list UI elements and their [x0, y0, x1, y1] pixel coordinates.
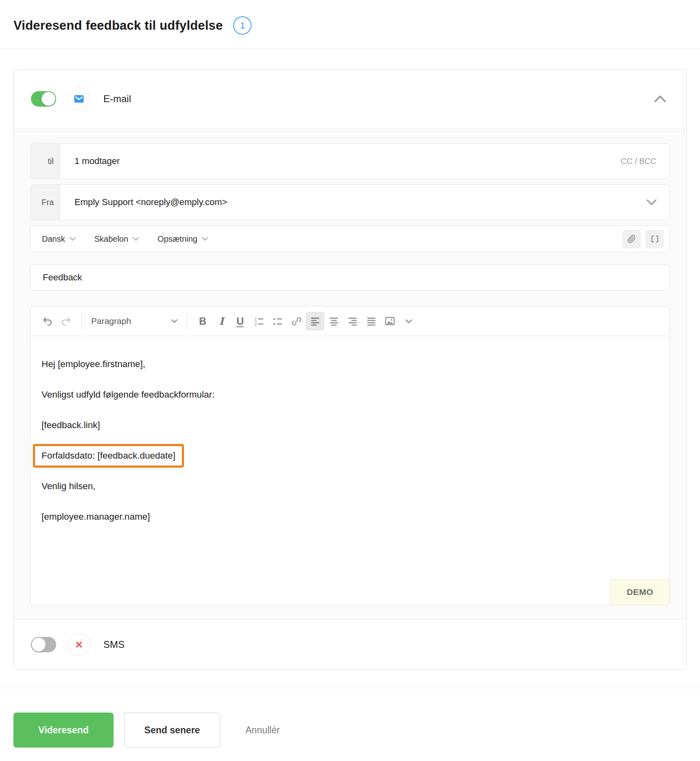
- align-center-button[interactable]: [324, 312, 343, 330]
- ordered-list-button[interactable]: 1 2: [249, 312, 268, 330]
- chevron-down-icon: [70, 237, 76, 241]
- redo-icon: [61, 316, 72, 327]
- template-dropdown[interactable]: Skabelon: [94, 234, 139, 244]
- paperclip-icon: [626, 234, 637, 244]
- justify-button[interactable]: [362, 312, 381, 330]
- body-feedback-link: [feedback.link]: [42, 420, 658, 431]
- paragraph-style-select[interactable]: Paragraph: [88, 316, 181, 326]
- collapse-email-section-button[interactable]: [651, 90, 669, 108]
- language-dropdown[interactable]: Dansk: [42, 234, 76, 244]
- italic-icon: I: [219, 315, 224, 327]
- insert-image-button[interactable]: [381, 312, 399, 330]
- body-greeting: Hej [employee.firstname],: [42, 359, 658, 370]
- send-later-button[interactable]: Send senere: [124, 713, 220, 748]
- align-right-icon: [347, 316, 358, 327]
- page-title: Videresend feedback til udfyldelse: [13, 18, 223, 33]
- email-toggle-knob: [42, 92, 55, 106]
- recipient-count-badge: 1: [233, 16, 252, 35]
- forward-button[interactable]: Videresend: [13, 713, 114, 748]
- sms-toggle-knob: [32, 638, 46, 652]
- to-label: til: [31, 144, 60, 179]
- body-instruction: Venligst udfyld følgende feedbackformula…: [42, 389, 658, 400]
- x-icon: [74, 640, 84, 649]
- link-button[interactable]: [287, 312, 306, 330]
- bold-button[interactable]: B: [193, 312, 212, 330]
- email-section-header: E-mail: [14, 70, 686, 129]
- italic-button[interactable]: I: [212, 312, 231, 330]
- subject-input[interactable]: Feedback: [30, 265, 670, 291]
- due-date-highlight: Forfaldsdato: [feedback.duedate]: [33, 444, 184, 468]
- sms-section-header: SMS: [14, 619, 686, 669]
- more-tools-button[interactable]: [399, 312, 418, 330]
- setup-dropdown[interactable]: Opsætning: [158, 234, 208, 244]
- align-left-button[interactable]: [306, 312, 324, 330]
- chevron-down-icon: [202, 237, 208, 241]
- bullet-list-icon: [272, 316, 283, 327]
- footer-actions: Videresend Send senere Annullér: [0, 688, 700, 759]
- chevron-down-icon: [171, 319, 177, 323]
- email-body-editor: Paragraph B I U 1 2: [30, 306, 670, 605]
- chevron-down-icon: [647, 199, 656, 205]
- redo-button[interactable]: [57, 312, 75, 330]
- paragraph-style-label: Paragraph: [91, 316, 131, 326]
- editor-toolbar: Paragraph B I U 1 2: [31, 306, 669, 336]
- merge-fields-button[interactable]: [645, 230, 664, 248]
- cancel-button[interactable]: Annullér: [245, 725, 280, 736]
- recipients-input[interactable]: 1 modtager: [60, 144, 621, 179]
- body-closing: Venlig hilsen,: [42, 481, 658, 492]
- image-icon: [384, 315, 396, 327]
- bold-icon: B: [199, 315, 206, 327]
- underline-button[interactable]: U: [231, 312, 249, 330]
- email-toggle[interactable]: [31, 91, 56, 107]
- sms-toggle[interactable]: [31, 637, 56, 652]
- align-right-button[interactable]: [343, 312, 362, 330]
- chevron-down-icon: [405, 319, 412, 324]
- chevron-up-icon: [654, 96, 666, 102]
- setup-dropdown-label: Opsætning: [158, 234, 197, 244]
- message-card: E-mail til 1 modtager CC / BCC Fra Emply…: [13, 69, 687, 669]
- body-signature: [employee.manager.name]: [42, 511, 658, 523]
- svg-text:2: 2: [254, 321, 257, 326]
- recipients-field: til 1 modtager CC / BCC: [30, 143, 670, 179]
- email-section-body: til 1 modtager CC / BCC Fra Emply Suppor…: [14, 129, 686, 619]
- link-icon: [291, 316, 302, 327]
- demo-watermark: DEMO: [610, 579, 670, 605]
- bullet-list-button[interactable]: [268, 312, 287, 330]
- justify-icon: [366, 316, 377, 327]
- attachment-button[interactable]: [622, 230, 641, 248]
- sender-select-chevron[interactable]: [647, 185, 669, 220]
- email-channel-badge: [68, 87, 90, 110]
- template-dropdown-label: Skabelon: [94, 234, 128, 244]
- language-dropdown-label: Dansk: [42, 234, 65, 244]
- sender-select[interactable]: Emply Support <noreply@emply.com>: [60, 185, 647, 220]
- sms-channel-badge: [68, 633, 90, 656]
- envelope-icon: [73, 93, 85, 105]
- toolbar-divider: [187, 313, 187, 330]
- body-due-date-line: Forfaldsdato: [feedback.duedate]: [42, 450, 658, 461]
- undo-button[interactable]: [38, 312, 57, 330]
- ordered-list-icon: 1 2: [254, 316, 265, 327]
- from-label: Fra: [31, 185, 60, 220]
- toolbar-divider: [81, 313, 82, 330]
- page-header: Videresend feedback til udfyldelse 1: [0, 0, 700, 49]
- svg-text:1: 1: [254, 316, 257, 321]
- sms-channel-label: SMS: [103, 639, 125, 650]
- align-left-icon: [310, 316, 321, 327]
- email-channel-label: E-mail: [103, 93, 131, 105]
- brackets-icon: [650, 234, 660, 244]
- align-center-icon: [328, 316, 339, 327]
- email-body-text-area[interactable]: Hej [employee.firstname], Venligst udfyl…: [31, 336, 669, 605]
- underline-icon: U: [236, 315, 244, 327]
- email-options-row: Dansk Skabelon Opsætning: [30, 225, 670, 252]
- cc-bcc-button[interactable]: CC / BCC: [621, 144, 669, 179]
- sender-field: Fra Emply Support <noreply@emply.com>: [30, 184, 670, 220]
- undo-icon: [42, 316, 53, 327]
- chevron-down-icon: [133, 237, 139, 241]
